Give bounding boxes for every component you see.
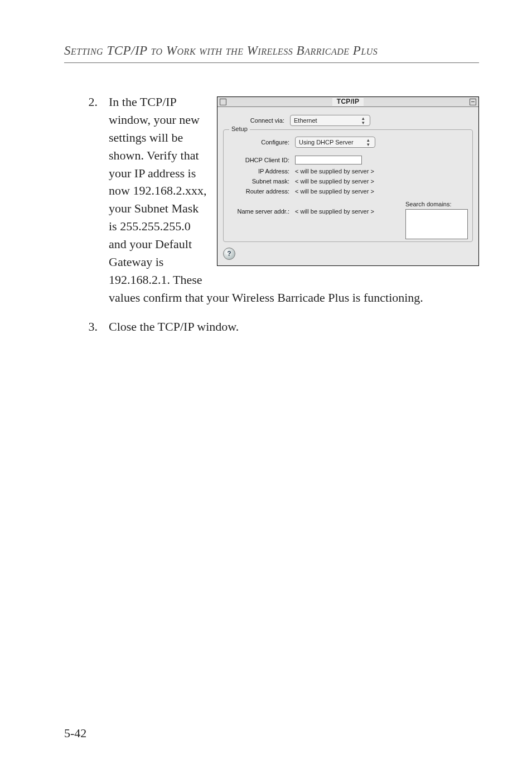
search-domains-label: Search domains: [405, 201, 452, 207]
list-item-2: 2. TCP/IP Connect vi [64, 93, 479, 307]
name-server-addr-value: < will be supplied by server > [295, 208, 374, 215]
list-item-text-continued: values confirm that your Wireless Barric… [109, 291, 423, 304]
dialog-titlebar: TCP/IP [217, 97, 478, 107]
router-address-label: Router address: [228, 188, 295, 195]
close-icon[interactable] [220, 99, 226, 105]
list-item-number: 2. [64, 93, 109, 111]
setup-legend: Setup [229, 125, 250, 132]
chevron-updown-icon: ▴▾ [360, 116, 366, 125]
connect-via-value: Ethernet [294, 117, 360, 124]
subnet-mask-value: < will be supplied by server > [295, 178, 374, 185]
heading-rule [64, 62, 479, 63]
name-server-addr-label: Name server addr.: [228, 208, 295, 215]
dialog-title: TCP/IP [332, 98, 364, 105]
router-address-value: < will be supplied by server > [295, 188, 374, 195]
chevron-updown-icon: ▴▾ [365, 138, 371, 147]
subnet-mask-label: Subnet mask: [228, 178, 295, 185]
page-heading: Setting TCP/IP to Work with the Wireless… [64, 43, 479, 58]
dialog-body: Connect via: Ethernet ▴▾ Setup Configure… [217, 107, 478, 265]
dhcp-client-id-input[interactable] [295, 156, 362, 165]
configure-value: Using DHCP Server [299, 139, 365, 146]
dhcp-client-id-label: DHCP Client ID: [228, 157, 295, 163]
list-item-number: 3. [64, 318, 109, 336]
list-item-text: In the TCP/IP window, your new settings … [109, 95, 206, 287]
list-item-3: 3. Close the TCP/IP window. [64, 318, 479, 336]
configure-label: Configure: [228, 139, 295, 146]
connect-via-label: Connect via: [223, 117, 290, 124]
connect-via-select[interactable]: Ethernet ▴▾ [290, 115, 370, 126]
ip-address-value: < will be supplied by server > [295, 168, 374, 175]
configure-select[interactable]: Using DHCP Server ▴▾ [295, 137, 375, 148]
tcpip-dialog: TCP/IP Connect via: Ethernet ▴▾ [217, 96, 479, 266]
ip-address-label: IP Address: [228, 168, 295, 175]
info-icon[interactable]: ? [223, 248, 235, 260]
page-number: 5-42 [64, 726, 86, 741]
list-item-text: Close the TCP/IP window. [109, 318, 479, 336]
collapse-icon[interactable] [470, 99, 476, 105]
search-domains-input[interactable] [405, 209, 468, 239]
setup-fieldset: Setup Configure: Using DHCP Server ▴▾ [223, 129, 473, 242]
